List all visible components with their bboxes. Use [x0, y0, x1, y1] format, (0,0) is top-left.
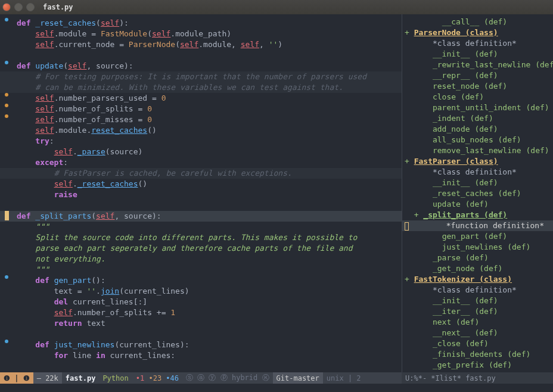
modeline-encoding: unix | 2 — [323, 372, 365, 384]
imenu-item[interactable]: *class definition* — [402, 167, 553, 178]
code-content: parse each part seperately and therefore… — [13, 243, 402, 254]
code-line[interactable]: # can be minimized. With these variables… — [0, 82, 402, 93]
code-line[interactable]: def _reset_caches(self): — [0, 18, 402, 29]
code-content: self.module = FastModule(self.module_pat… — [13, 29, 402, 39]
code-line[interactable]: def just_newlines(current_lines): — [0, 340, 402, 350]
warning-marker-icon — [5, 93, 8, 97]
code-line[interactable] — [0, 50, 402, 61]
code-content: except: — [13, 157, 402, 168]
imenu-item[interactable]: _get_prefix (def) — [402, 360, 553, 371]
code-line[interactable]: self.number_of_splits += 1 — [0, 307, 402, 318]
code-line[interactable]: text = ''.join(current_lines) — [0, 286, 402, 297]
code-content: # can be minimized. With these variables… — [13, 82, 402, 93]
code-line[interactable]: self.number_of_splits = 0 — [0, 104, 402, 114]
code-line[interactable]: # For testing purposes: It is important … — [0, 71, 402, 82]
imenu-item[interactable]: _reset_caches (def) — [402, 188, 553, 199]
code-content: self.number_parsers_used = 0 — [13, 93, 402, 104]
code-line[interactable]: self._parse(source) — [0, 147, 402, 157]
imenu-item[interactable]: _parse (def) — [402, 253, 553, 263]
code-content: for line in current_lines: — [13, 350, 402, 361]
imenu-item[interactable]: _get_node (def) — [402, 263, 553, 274]
code-line[interactable]: raise — [0, 189, 402, 200]
imenu-item[interactable]: + _split_parts (def) — [402, 210, 553, 220]
code-line[interactable]: def gen_part(): — [0, 275, 402, 286]
code-content: Split the source code into different par… — [13, 232, 402, 243]
imenu-item[interactable]: __init__ (def) — [402, 49, 553, 60]
imenu-item[interactable]: gen_part (def) — [402, 231, 553, 242]
code-line[interactable]: self.number_parsers_used = 0 — [0, 93, 402, 104]
imenu-item[interactable]: remove_last_newline (def) — [402, 145, 553, 156]
window-minimize-button[interactable] — [14, 3, 23, 11]
imenu-item[interactable]: add_node (def) — [402, 124, 553, 135]
imenu-item[interactable]: _rewrite_last_newline (def) — [402, 60, 553, 70]
code-line[interactable]: return text — [0, 318, 402, 329]
code-line[interactable]: """ — [0, 222, 402, 232]
window-close-button[interactable] — [2, 3, 11, 11]
code-content: raise — [13, 189, 402, 200]
imenu-item[interactable]: close (def) — [402, 92, 553, 102]
code-content: def _split_parts(self, source): — [13, 211, 402, 222]
imenu-item[interactable]: just_newlines (def) — [402, 242, 553, 253]
window-maximize-button[interactable] — [26, 3, 35, 11]
imenu-item[interactable]: _close (def) — [402, 338, 553, 349]
cursor-icon — [405, 222, 409, 231]
imenu-item[interactable]: __repr__ (def) — [402, 70, 553, 81]
code-line[interactable]: self.current_node = ParserNode(self.modu… — [0, 39, 402, 50]
imenu-item[interactable]: __next__ (def) — [402, 328, 553, 338]
code-content: def just_newlines(current_lines): — [13, 340, 402, 350]
code-line[interactable]: self.module.reset_caches() — [0, 125, 402, 136]
code-line[interactable]: except: — [0, 157, 402, 168]
code-content: try: — [13, 136, 402, 147]
code-content: self.number_of_misses = 0 — [13, 114, 402, 125]
gutter — [0, 61, 13, 64]
code-content: self._reset_caches() — [13, 179, 402, 189]
imenu-item[interactable]: parent_until_indent (def) — [402, 102, 553, 113]
code-line[interactable]: not everything. — [0, 254, 402, 265]
code-content: del current_lines[:] — [13, 297, 402, 307]
imenu-item[interactable]: + FastParser (class) — [402, 156, 553, 167]
code-line[interactable]: self.number_of_misses = 0 — [0, 114, 402, 125]
code-line[interactable]: parse each part seperately and therefore… — [0, 243, 402, 254]
code-line[interactable]: # FastParser is cached, be careful with … — [0, 168, 402, 179]
code-line[interactable]: self.module = FastModule(self.module_pat… — [0, 29, 402, 39]
warning-marker-icon — [5, 114, 8, 118]
code-line[interactable]: """ — [0, 265, 402, 275]
imenu-item[interactable]: next (def) — [402, 317, 553, 328]
code-line[interactable] — [0, 200, 402, 211]
code-line[interactable]: for line in current_lines: — [0, 350, 402, 361]
code-content: text = ''.join(current_lines) — [13, 286, 402, 297]
imenu-item[interactable]: __iter__ (def) — [402, 306, 553, 317]
modeline-position: — 22k — [33, 372, 62, 384]
imenu-item[interactable]: reset_node (def) — [402, 81, 553, 92]
modeline-left: ❶ | ❶ — 22k fast.py Python •1 •23 •46 ⓢ … — [0, 372, 402, 384]
gutter — [0, 104, 13, 107]
imenu-panel[interactable]: __call__ (def)+ ParserNode (class) *clas… — [402, 14, 553, 372]
imenu-item[interactable]: __init__ (def) — [402, 295, 553, 306]
imenu-item[interactable]: *class definition* — [402, 38, 553, 49]
marker-icon — [5, 61, 8, 64]
imenu-item[interactable]: _indent (def) — [402, 113, 553, 124]
code-line[interactable]: def _split_parts(self, source): — [0, 211, 402, 222]
gutter — [0, 114, 13, 118]
gutter — [0, 275, 13, 279]
imenu-item[interactable]: _finish_dedents (def) — [402, 349, 553, 360]
imenu-item[interactable]: *class definition* — [402, 285, 553, 295]
imenu-item[interactable]: all_sub_nodes (def) — [402, 135, 553, 145]
imenu-item[interactable]: + ParserNode (class) — [402, 27, 553, 38]
code-line[interactable]: def update(self, source): — [0, 61, 402, 71]
code-line[interactable] — [0, 329, 402, 340]
code-content: self.number_of_splits = 0 — [13, 104, 402, 114]
code-line[interactable]: self._reset_caches() — [0, 179, 402, 189]
code-line[interactable]: try: — [0, 136, 402, 147]
imenu-item[interactable]: update (def) — [402, 199, 553, 210]
code-content: return text — [13, 318, 402, 329]
code-editor[interactable]: def _reset_caches(self): self.module = F… — [0, 14, 402, 372]
gutter — [0, 340, 13, 343]
imenu-item[interactable]: __call__ (def) — [402, 17, 553, 27]
imenu-item[interactable]: *function definition* — [402, 220, 553, 231]
code-line[interactable]: del current_lines[:] — [0, 297, 402, 307]
imenu-item[interactable]: __init__ (def) — [402, 178, 553, 188]
marker-icon — [5, 275, 8, 279]
imenu-item[interactable]: + FastTokenizer (class) — [402, 274, 553, 285]
code-line[interactable]: Split the source code into different par… — [0, 232, 402, 243]
